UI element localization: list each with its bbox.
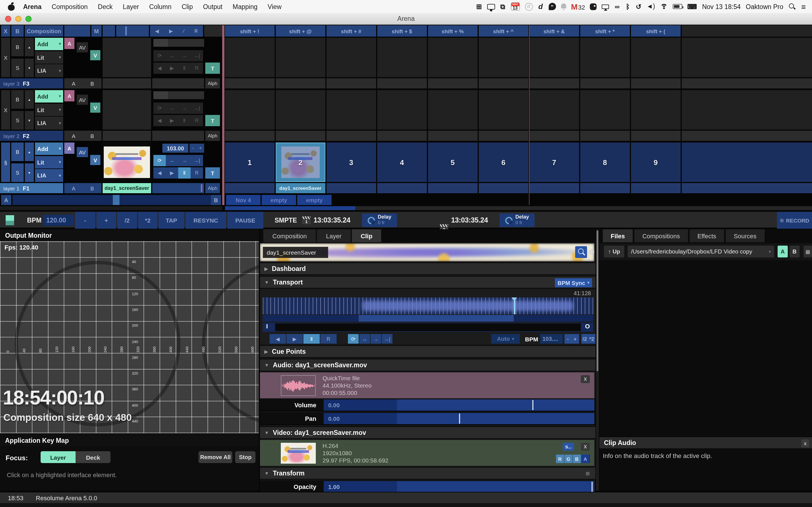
chevron-down-icon[interactable]: ▼ (264, 471, 269, 476)
timeline-position-bar[interactable] (263, 315, 593, 322)
menu-clip[interactable]: Clip (176, 3, 198, 10)
forward-icon[interactable]: → (370, 334, 381, 344)
time-machine-icon[interactable]: ↺ (636, 2, 642, 11)
menu-layer[interactable]: Layer (117, 3, 144, 10)
column-header-7[interactable]: shift + & (529, 25, 579, 37)
menu-view[interactable]: View (262, 3, 287, 10)
calendar-icon[interactable]: NOV13 (511, 2, 520, 11)
focus-deck-button[interactable]: Deck (75, 451, 110, 463)
path-dropdown[interactable]: /Users/fredericboulay/Dropbox/LFD Video … (627, 245, 774, 258)
scrollbar-thumb[interactable] (225, 206, 355, 210)
clip-name-input[interactable]: day1_screenSaver (263, 247, 328, 258)
clip-slot-r2-c4[interactable] (377, 90, 426, 129)
deck-tab-2[interactable]: empty (262, 195, 296, 205)
bluetooth-icon[interactable]: ᛒ (625, 2, 631, 11)
chevron-right-icon[interactable]: ▶ (264, 349, 268, 354)
close-window-button[interactable] (5, 15, 11, 22)
window-tiles-icon[interactable]: ⊞ (476, 2, 482, 11)
focus-layer-button[interactable]: Layer (41, 451, 75, 463)
zoom-window-button[interactable] (26, 15, 32, 22)
column-header-6[interactable]: shift + ^ (479, 25, 528, 37)
d-bold-icon[interactable]: d (538, 2, 543, 11)
timeline-playhead[interactable] (514, 297, 516, 314)
clip-slot-r3-c7[interactable] (529, 38, 579, 77)
deck-tab-3[interactable]: empty (297, 195, 332, 205)
transport-TAP-button[interactable]: TAP (158, 212, 185, 229)
char-viewer-icon[interactable]: ⌨ (688, 2, 697, 11)
delay-knob-icon[interactable] (504, 215, 514, 226)
scrollbar-thumb[interactable] (597, 230, 598, 371)
tab-composition[interactable]: Composition (263, 229, 316, 242)
browser-tab-sources[interactable]: Sources (726, 229, 764, 242)
tab-layer[interactable]: Layer (317, 229, 350, 242)
chevron-right-icon[interactable]: ▶ (264, 266, 268, 271)
clip-slot-r1-c3[interactable]: 3 (326, 143, 376, 182)
remove-audio-button[interactable]: X (581, 375, 590, 383)
browser-tab-effects[interactable]: Effects (689, 229, 724, 242)
clip-slot-r1-c7[interactable]: 7 (529, 143, 579, 182)
pause-icon[interactable]: Ⅱ (303, 334, 320, 344)
channel-r-button[interactable]: R (556, 455, 564, 463)
clip-bpm-halfdouble[interactable]: /2*2 (581, 334, 596, 344)
section-cue-points[interactable]: ▶ Cue Points (260, 345, 596, 358)
section-transport[interactable]: ▼ Transport BPM Sync▾ (260, 276, 596, 288)
display-icon[interactable] (487, 4, 495, 9)
clip-slot-r1-c6[interactable]: 6 (479, 143, 528, 182)
wifi-icon[interactable] (660, 4, 668, 9)
channel-b-button[interactable]: B (573, 455, 581, 463)
deck-a-button[interactable]: A (777, 245, 788, 258)
clip-slot-r1-c1[interactable]: 1 (225, 143, 274, 182)
selected-clip-label[interactable]: day1_screenSaver (276, 183, 325, 193)
spotlight-search-icon[interactable] (788, 3, 796, 10)
deck-b-button[interactable]: B (790, 245, 800, 258)
transport--button[interactable]: + (96, 212, 116, 229)
apple-menu-icon[interactable] (8, 3, 15, 10)
delay-knob-icon[interactable] (366, 215, 377, 226)
clip-slot-r3-c5[interactable] (428, 38, 477, 77)
clip-slot-r3-c1[interactable] (225, 38, 274, 77)
channel-g-button[interactable]: G (564, 455, 573, 463)
auto-dropdown[interactable]: Auto▾ (491, 334, 520, 344)
hamburger-icon[interactable]: ≡ (586, 469, 590, 477)
menu-arena[interactable]: Arena (18, 3, 47, 10)
battery-icon[interactable] (673, 4, 682, 9)
clip-slot-r2-c8[interactable] (580, 90, 629, 129)
close-icon[interactable]: x (801, 439, 809, 447)
clip-slot-r3-c2[interactable] (276, 38, 325, 77)
browser-tab-files[interactable]: Files (603, 229, 633, 242)
gmail-icon[interactable]: M32 (571, 3, 585, 10)
transport--button[interactable]: - (75, 212, 95, 229)
binoculars-icon[interactable]: ∞ (614, 2, 620, 11)
chevron-down-icon[interactable]: ▼ (264, 362, 269, 368)
column-header-9[interactable]: shift + ( (631, 25, 680, 37)
airplay-icon[interactable] (602, 4, 609, 9)
column-header-8[interactable]: shift + * (580, 25, 629, 37)
clip-slot-r1-c8[interactable]: 8 (580, 143, 629, 182)
source-button[interactable]: S... (563, 443, 574, 451)
remove-video-button[interactable]: X (581, 443, 590, 451)
record-button[interactable]: RECORD (777, 212, 812, 229)
out-point-label[interactable]: O (585, 323, 590, 330)
menu-mapping[interactable]: Mapping (227, 3, 262, 10)
browser-tab-compositions[interactable]: Compositions (635, 229, 688, 242)
clip-slot-r3-c3[interactable] (326, 38, 376, 77)
bounce-icon[interactable]: ↔ (359, 334, 370, 344)
pan-slider[interactable]: 0.00 (324, 413, 594, 424)
clip-slot-r1-c2[interactable]: 2 (276, 143, 325, 182)
bell-icon[interactable] (561, 3, 566, 8)
transport-RESYNC-button[interactable]: RESYNC (186, 212, 226, 229)
search-icon[interactable] (575, 246, 587, 258)
clip-slot-r3-c9[interactable] (631, 38, 680, 77)
speech-quote-icon[interactable]: ” (548, 3, 556, 10)
grid-horizontal-scrollbar[interactable] (225, 206, 812, 210)
transport-2-button[interactable]: *2 (138, 212, 157, 229)
clip-bpm-nudge[interactable]: -+ (564, 334, 579, 344)
smpte-delay-2[interactable]: Delay0 fr (500, 214, 535, 227)
column-header-4[interactable]: shift + $ (377, 25, 426, 37)
deck-tab-1[interactable]: Nov 4 (226, 195, 260, 205)
menu-clock[interactable]: Nov 13 18:54 (702, 3, 741, 10)
clip-slot-r3-c6[interactable] (479, 38, 528, 77)
section-audio[interactable]: ▼ Audio: day1_screenSaver.mov (260, 359, 596, 371)
list-view-icon[interactable]: ▦ (804, 245, 812, 258)
tab-clip[interactable]: Clip (352, 229, 382, 242)
